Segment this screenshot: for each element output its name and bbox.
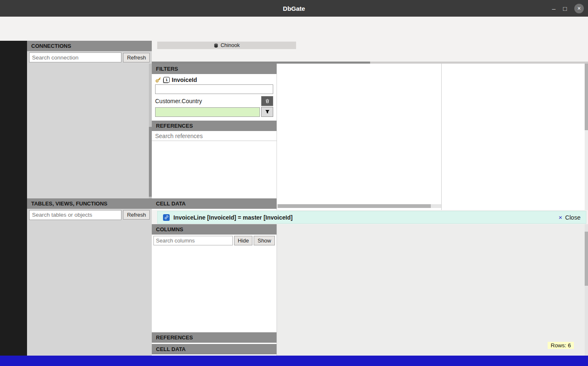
status-bar [0,356,588,366]
grid-vertical-scrollbar[interactable] [585,224,588,356]
connections-list [27,64,152,198]
left-panel: CONNECTIONS Refresh TABLES, VIEWS, FUNCT… [27,41,152,356]
database-icon [214,43,218,48]
columns-checklist [152,247,277,332]
tab-group-bar: Chinook [157,42,296,49]
side-tools-column: FILTERS 1 InvoiceId Customer.Country [152,64,277,210]
filter-field-invoiceid: 1 InvoiceId [152,74,277,84]
top-content-row: FILTERS 1 InvoiceId Customer.Country [152,64,588,210]
tab-group-label: Chinook [221,42,240,48]
master-detail-banner: InvoiceLine [InvoiceId] = master [Invoic… [157,211,586,224]
filters-header: FILTERS [152,64,277,74]
filter-field-label: InvoiceId [172,77,197,83]
main-area: Chinook FILTERS 1 InvoiceId Customer.C [152,41,588,356]
window-controls: – □ × [552,0,584,17]
form-columns-right [441,64,584,210]
dbgate-window: DbGate – □ × CONNECTIONS Refresh TABLES,… [0,0,588,366]
trash-icon [265,99,270,104]
tables-header: TABLES, VIEWS, FUNCTIONS [27,198,152,209]
tables-refresh-button[interactable]: Refresh [123,210,150,220]
cell-data-header: CELL DATA [152,198,277,209]
columns-search-input[interactable] [153,236,233,245]
tables-search-input[interactable] [29,210,121,220]
form-vertical-scrollbar[interactable] [585,64,588,210]
bottom-content-row: COLUMNS Hide Show REFERENCES CELL DATA R… [152,224,588,356]
rows-count-badge: Rows: 6 [548,342,574,349]
filter-field-label: Customer.Country [155,98,261,104]
banner-label: InvoiceLine [InvoiceId] = master [Invoic… [173,214,293,221]
tables-list [27,221,152,356]
invoiceid-filter-input[interactable] [155,84,273,94]
primary-key-icon: 1 [163,77,170,83]
window-title: DbGate [0,5,588,12]
form-horizontal-scrollbar[interactable] [277,204,441,208]
remove-filter-button[interactable] [261,96,273,106]
form-view [277,64,588,210]
left-icon-rail [0,41,27,356]
columns-header: COLUMNS [152,224,277,235]
close-button[interactable]: × [574,4,584,13]
detail-grid-area: Rows: 6 [277,224,588,356]
cell-data-header-bottom: CELL DATA [152,344,277,354]
close-icon: × [558,214,562,221]
title-bar: DbGate – □ × [0,0,588,17]
toolbar [0,28,588,41]
columns-panel: COLUMNS Hide Show REFERENCES CELL DATA [152,224,277,356]
connections-search-input[interactable] [29,52,121,62]
funnel-icon [265,109,270,114]
menu-bar [0,17,588,28]
connections-scrollbar[interactable] [149,64,152,198]
references-header-bottom: REFERENCES [152,332,277,343]
tables-search-row: Refresh [27,209,152,221]
form-columns-left [277,64,441,210]
key-icon [156,77,161,83]
filters-body: 1 InvoiceId Customer.Country [152,74,277,121]
connections-header: CONNECTIONS [27,41,152,51]
close-detail-button[interactable]: × Close [558,214,581,221]
maximize-button[interactable]: □ [563,5,567,12]
hide-column-button[interactable]: Hide [234,236,253,245]
country-filter-input[interactable] [155,107,260,117]
minimize-button[interactable]: – [552,5,556,12]
references-list [152,141,277,198]
link-icon [163,214,170,221]
show-column-button[interactable]: Show [254,236,275,245]
connections-search-row: Refresh [27,51,152,64]
references-search-input[interactable] [152,131,277,141]
references-header: REFERENCES [152,121,277,131]
connections-refresh-button[interactable]: Refresh [123,53,150,62]
filter-menu-button[interactable] [261,107,273,117]
